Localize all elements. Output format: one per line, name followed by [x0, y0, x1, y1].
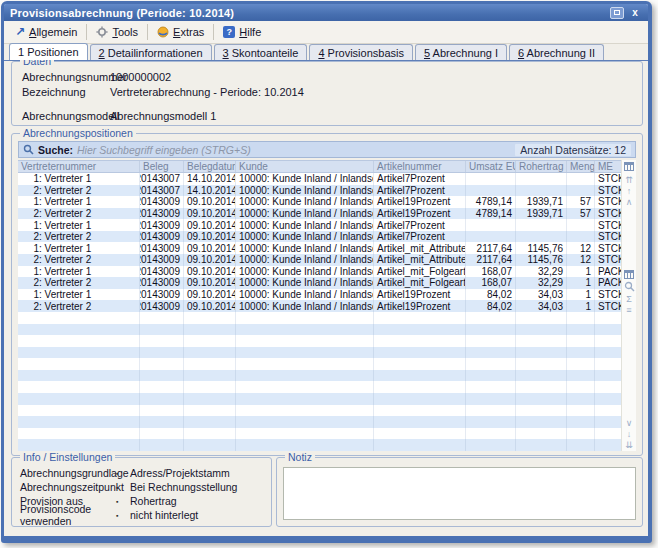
table-cell: 20143007	[140, 173, 184, 185]
table-cell	[595, 324, 623, 336]
table-row[interactable]: 2 : Vertreter 22014300909.10.2014 /Do100…	[18, 208, 623, 220]
table-row[interactable]: 2 : Vertreter 22014300909.10.2014 /Do100…	[18, 277, 623, 289]
abrechnungsnummer-value[interactable]: 1000000002	[110, 71, 171, 84]
table-row[interactable]: 1 : Vertreter 12014300909.10.2014 /Do100…	[18, 289, 623, 301]
table-cell: 09.10.2014 /Do	[184, 219, 236, 231]
search-input[interactable]: Hier Suchbegriff eingeben (STRG+S)	[77, 144, 511, 156]
table-row[interactable]: 1 : Vertreter 12014300714.10.2014 /Di100…	[18, 173, 623, 185]
table-cell	[18, 381, 140, 393]
table-cell	[236, 416, 374, 428]
menu-tools[interactable]: Tools	[89, 24, 145, 40]
table-cell: 2 : Vertreter 2	[18, 185, 140, 197]
notiz-textarea[interactable]	[283, 467, 636, 520]
tab-abrechnung-i[interactable]: 5 Abrechnung I	[415, 44, 507, 60]
table-cell: Artikel19Prozent	[374, 300, 466, 312]
table-row-empty[interactable]	[18, 324, 623, 336]
col-header-me[interactable]: ME	[595, 161, 623, 172]
table-cell: STCK	[595, 185, 623, 197]
tab-provisionsbasis[interactable]: 4 Provisionsbasis	[309, 44, 413, 60]
table-cell	[567, 381, 595, 393]
col-header-umsatz[interactable]: Umsatz EUR	[466, 161, 516, 172]
tab-abrechnung-ii[interactable]: 6 Abrechnung II	[509, 44, 604, 60]
table-row-empty[interactable]	[18, 358, 623, 370]
table-row[interactable]: 1 : Vertreter 12014300909.10.2014 /Do100…	[18, 219, 623, 231]
col-header-artikelnummer[interactable]: Artikelnummer	[374, 161, 466, 172]
page-down-icon[interactable]: ∨	[626, 418, 633, 429]
field-abrechnungsnummer: Abrechnungsnummer 1000000002	[22, 71, 632, 84]
table-cell	[516, 439, 567, 451]
filter-icon[interactable]: ≡	[626, 305, 631, 316]
scroll-bottom-icon[interactable]: ⇊	[625, 440, 633, 451]
table-row-empty[interactable]	[18, 428, 623, 440]
info-value: Bei Rechnungsstellung	[130, 481, 237, 493]
table-row[interactable]: 1 : Vertreter 12014300909.10.2014 /Do100…	[18, 196, 623, 208]
table-cell: 09.10.2014 /Do	[184, 242, 236, 254]
table-cell	[516, 231, 567, 243]
table-cell: 1 : Vertreter 1	[18, 196, 140, 208]
table-row-empty[interactable]	[18, 439, 623, 451]
extras-ball-icon	[157, 26, 169, 38]
table-row-empty[interactable]	[18, 393, 623, 405]
table-row-empty[interactable]	[18, 381, 623, 393]
table-cell	[18, 358, 140, 370]
tab-positionen[interactable]: 1 Positionen	[9, 43, 88, 60]
table-cell: 09.10.2014 /Do	[184, 300, 236, 312]
search-bar[interactable]: Suche: Hier Suchbegriff eingeben (STRG+S…	[18, 141, 636, 158]
col-header-beleg[interactable]: Beleg	[140, 161, 184, 172]
table-row[interactable]: 2 : Vertreter 22014300909.10.2014 /Do100…	[18, 231, 623, 243]
table-cell	[466, 393, 516, 405]
table-row[interactable]: 2 : Vertreter 22014300714.10.2014 /Di100…	[18, 185, 623, 197]
table-cell	[595, 312, 623, 324]
abrechnungsmodell-value[interactable]: Abrechnungsmodell 1	[110, 110, 216, 123]
table-row-empty[interactable]	[18, 416, 623, 428]
tab-skontoanteile[interactable]: 3 Skontoanteile	[214, 44, 308, 60]
bezeichnung-value[interactable]: Vertreterabrechnung - Periode: 10.2014	[110, 86, 304, 99]
table-cell	[466, 185, 516, 197]
table-row[interactable]: 1 : Vertreter 12014300909.10.2014 /Do100…	[18, 242, 623, 254]
table-search-icon[interactable]	[624, 281, 635, 292]
tab-detailinformationen[interactable]: 2 Detailinformationen	[90, 44, 212, 60]
table-row[interactable]: 1 : Vertreter 12014300909.10.2014 /Do100…	[18, 266, 623, 278]
table-cell	[466, 439, 516, 451]
col-header-rohertrag[interactable]: Rohertrag EUR	[516, 161, 567, 172]
columns-icon[interactable]	[624, 270, 634, 279]
menu-extras[interactable]: Extras	[150, 24, 211, 40]
table-row[interactable]: 2 : Vertreter 22014300909.10.2014 /Do100…	[18, 300, 623, 312]
table-row-empty[interactable]	[18, 312, 623, 324]
col-header-vertreternummer[interactable]: Vertreternummer	[18, 161, 140, 172]
scroll-top-icon[interactable]: ⇈	[625, 175, 633, 186]
table-cell	[374, 428, 466, 440]
table-cell: 4789,14	[466, 208, 516, 220]
sum-icon[interactable]: Σ	[626, 294, 632, 305]
close-window-button[interactable]: x	[628, 7, 642, 19]
table-row-empty[interactable]	[18, 405, 623, 417]
page-up-icon[interactable]: ∧	[626, 197, 633, 208]
scroll-up-icon[interactable]: ↑	[627, 186, 632, 197]
table-cell: 10000 : Kunde Inland / Inlandsort	[236, 277, 374, 289]
menu-hilfe[interactable]: ? Hilfe	[216, 24, 268, 40]
column-chooser-icon[interactable]	[624, 162, 634, 171]
table-row-empty[interactable]	[18, 370, 623, 382]
record-count-badge: Anzahl Datensätze: 12	[515, 144, 631, 156]
menu-allgemein[interactable]: ↗ Allgemein	[8, 24, 84, 40]
table-row[interactable]: 2 : Vertreter 22014300909.10.2014 /Do100…	[18, 254, 623, 266]
table-cell: STCK	[595, 219, 623, 231]
table-cell	[184, 381, 236, 393]
menu-extras-label: Extras	[173, 26, 204, 38]
notiz-legend: Notiz	[285, 451, 315, 463]
table-row-empty[interactable]	[18, 347, 623, 359]
table-cell: STCK	[595, 196, 623, 208]
table-row-empty[interactable]	[18, 335, 623, 347]
col-header-menge[interactable]: Menge	[567, 161, 595, 172]
restore-window-button[interactable]	[610, 7, 624, 19]
table-cell: STCK	[595, 242, 623, 254]
col-header-kunde[interactable]: Kunde	[236, 161, 374, 172]
table-cell: 2117,64	[466, 254, 516, 266]
table-cell	[140, 393, 184, 405]
info-value: Rohertrag	[130, 495, 177, 507]
table-cell: Artikel_mit_Attributen	[374, 242, 466, 254]
col-header-belegdatum[interactable]: Belegdatum	[184, 161, 236, 172]
table-cell	[236, 312, 374, 324]
scroll-down-icon[interactable]: ↓	[627, 429, 632, 440]
table-cell: 2 : Vertreter 2	[18, 208, 140, 220]
